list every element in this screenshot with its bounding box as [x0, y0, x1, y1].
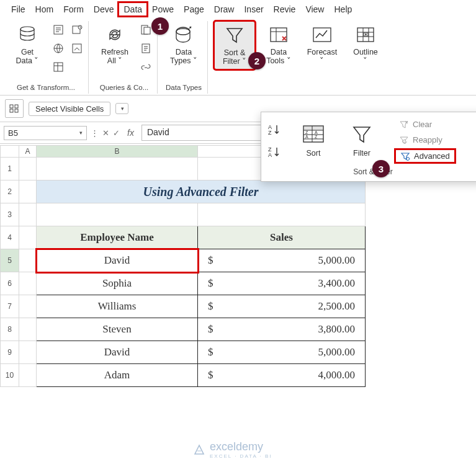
chevron-down-icon: ▾ [120, 105, 124, 112]
cell-C6[interactable]: $3,400.00 [198, 272, 366, 295]
cell-C5[interactable]: $5,000.00 [198, 249, 366, 272]
ribbon: Get Data ˅ Get & Transform... Refresh Al… [0, 17, 476, 96]
cell-C7[interactable]: $2,500.00 [198, 295, 366, 318]
enter-icon[interactable]: ✓ [113, 128, 120, 138]
col-header-B[interactable]: B [37, 146, 198, 158]
filter-button[interactable]: Filter [343, 122, 380, 159]
cell-B10[interactable]: Adam [37, 364, 198, 387]
header-employee: Employee Name [37, 226, 198, 249]
col-header-A[interactable]: A [19, 146, 37, 158]
from-table-icon[interactable] [51, 60, 66, 74]
svg-text:A: A [315, 130, 318, 135]
svg-point-10 [176, 29, 190, 35]
select-all-corner[interactable] [1, 146, 19, 158]
menu-form[interactable]: Form [58, 2, 89, 16]
quick-more-button[interactable]: ▾ [115, 103, 128, 114]
advanced-filter-button[interactable]: Advanced [395, 149, 455, 163]
title-cell: Using Advanced Filter [37, 180, 366, 203]
get-data-button[interactable]: Get Data ˅ [7, 21, 47, 68]
from-text-icon[interactable] [51, 22, 66, 37]
sort-filter-icon [223, 24, 246, 47]
outline-button[interactable]: Outline ˅ [346, 21, 385, 68]
menu-powe[interactable]: Powe [147, 2, 179, 16]
svg-rect-11 [271, 28, 287, 42]
cell-C8[interactable]: $3,800.00 [198, 318, 366, 341]
ribbon-group-queries: Refresh All ˅ Queries & Co... [91, 21, 158, 94]
clear-filter-button[interactable]: Clear [395, 118, 455, 130]
fx-icon[interactable]: fx [123, 128, 138, 138]
sort-asc-desc: AZ ZA [267, 122, 284, 160]
reapply-filter-button[interactable]: Reapply [395, 134, 455, 146]
ribbon-group-right: Sort & Filter ˅Data Tools ˅Forecast ˅Out… [210, 21, 385, 94]
cell-B6[interactable]: Sophia [37, 272, 198, 295]
select-visible-label: Select Visible Cells [35, 104, 104, 114]
svg-text:Z: Z [268, 130, 272, 136]
funnel-advanced-icon [400, 152, 410, 161]
ribbon-group-label: Get & Transform... [17, 82, 75, 94]
cancel-icon[interactable]: ✕ [102, 128, 109, 138]
clear-label: Clear [413, 120, 432, 129]
menu-inser[interactable]: Inser [239, 2, 268, 16]
data-types-label: Data Types ˅ [170, 48, 197, 65]
menu-help[interactable]: Help [329, 2, 357, 16]
ribbon-group-label: Data Types [166, 82, 202, 94]
row-header-9[interactable]: 9 [1, 341, 19, 364]
menu-file[interactable]: File [6, 2, 30, 16]
svg-point-0 [20, 27, 34, 32]
sort-asc-button[interactable]: AZ [267, 122, 284, 138]
edit-links-icon[interactable] [138, 60, 153, 74]
row-header-1[interactable]: 1 [1, 158, 19, 180]
row-header-10[interactable]: 10 [1, 364, 19, 387]
sort-button[interactable]: ZAAZ Sort [295, 122, 332, 159]
outline-label: Outline ˅ [353, 46, 378, 66]
data-types-button[interactable]: Data Types ˅ [164, 21, 204, 68]
menu-deve[interactable]: Deve [89, 2, 119, 16]
refresh-all-label: Refresh All ˅ [101, 48, 128, 65]
ribbon-group-get-transform: Get Data ˅ Get & Transform... [4, 21, 89, 94]
svg-rect-18 [15, 109, 18, 112]
cell-B5[interactable]: David [37, 249, 198, 272]
select-visible-icon[interactable] [5, 99, 24, 118]
menu-view[interactable]: View [300, 2, 329, 16]
step-badge-3: 3 [372, 160, 390, 177]
cell-C10[interactable]: $4,000.00 [198, 364, 366, 387]
get-data-small-buttons [51, 21, 66, 74]
cell-B8[interactable]: Steven [37, 318, 198, 341]
refresh-all-button[interactable]: Refresh All ˅ [95, 21, 135, 68]
ribbon-group-label: Queries & Co... [100, 82, 149, 94]
funnel-reapply-icon [399, 136, 409, 145]
row-header-6[interactable]: 6 [1, 272, 19, 295]
recent-sources-icon[interactable] [70, 22, 84, 37]
svg-rect-15 [10, 105, 13, 108]
svg-text:Z: Z [315, 135, 318, 139]
menu-bar: FileHomFormDeveDataPowePageDrawInserRevi… [0, 0, 476, 17]
svg-text:A: A [305, 135, 308, 139]
menu-page[interactable]: Page [179, 2, 209, 16]
data-tools-icon [267, 24, 290, 46]
row-header-2[interactable]: 2 [1, 180, 19, 203]
sort-desc-button[interactable]: ZA [267, 144, 284, 160]
menu-hom[interactable]: Hom [30, 2, 59, 16]
menu-draw[interactable]: Draw [209, 2, 240, 16]
name-box[interactable]: B5 ▾ [4, 126, 87, 140]
chevron-down-icon: ▾ [78, 130, 83, 136]
from-web-icon[interactable] [51, 41, 66, 56]
cell-B7[interactable]: Williams [37, 295, 198, 318]
menu-data[interactable]: Data [119, 2, 147, 16]
select-visible-cells-button[interactable]: Select Visible Cells [29, 102, 110, 116]
properties-icon[interactable] [138, 41, 153, 56]
forecast-button[interactable]: Forecast ˅ [302, 21, 342, 68]
cell-C9[interactable]: $5,000.00 [198, 341, 366, 364]
row-header-3[interactable]: 3 [1, 203, 19, 226]
refresh-icon [104, 24, 126, 46]
row-header-4[interactable]: 4 [1, 226, 19, 249]
cell-B9[interactable]: David [37, 341, 198, 364]
dropdown-caption: Sort & Filter [267, 163, 476, 177]
row-header-7[interactable]: 7 [1, 295, 19, 318]
existing-connections-icon[interactable] [70, 41, 84, 56]
svg-rect-12 [313, 28, 331, 42]
row-header-5[interactable]: 5 [1, 249, 19, 272]
menu-revie[interactable]: Revie [269, 2, 301, 16]
name-box-value: B5 [8, 128, 18, 138]
row-header-8[interactable]: 8 [1, 318, 19, 341]
